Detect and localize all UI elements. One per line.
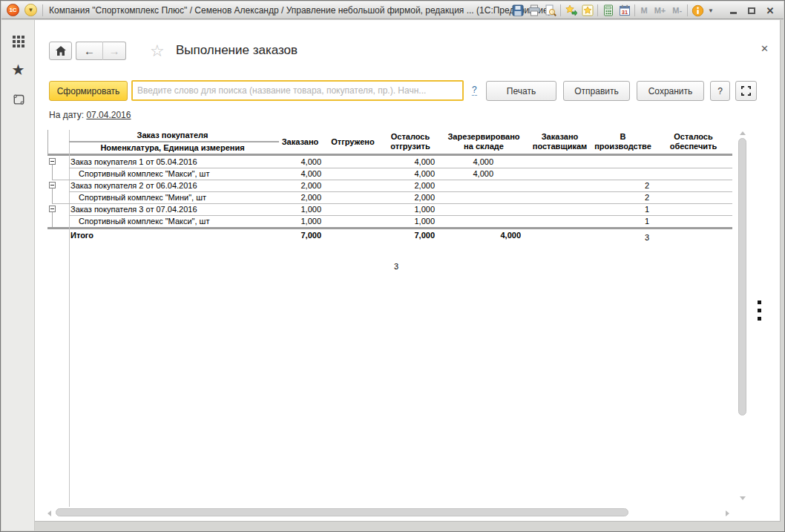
home-button[interactable] (49, 42, 72, 60)
row-value-cell (324, 203, 381, 215)
row-separator-line (69, 215, 732, 216)
scroll-left-arrow-icon[interactable] (47, 510, 51, 516)
row-value-cell (439, 203, 528, 215)
print-preview-icon[interactable] (544, 4, 556, 17)
column-header-left-to-provide: Осталось обеспечить (654, 130, 732, 154)
tree-gutter-cell (47, 168, 69, 180)
column-header-reserved: Зарезервировано на складе (439, 130, 528, 154)
maximize-button[interactable] (744, 4, 759, 17)
row-name-cell: Спортивный комплекс "Мини", шт (69, 191, 276, 203)
row-value-cell: 1 (591, 215, 654, 227)
memory-plus-button[interactable]: M+ (653, 6, 668, 15)
row-separator-line (69, 168, 732, 168)
titlebar: 1С ▼ Компания "Спорткомплекс Плюс" / Сем… (1, 1, 784, 19)
info-icon[interactable] (692, 4, 704, 17)
report-row-item[interactable]: Спортивный комплекс "Макси", шт4,0004,00… (47, 168, 732, 180)
column-header-shipped: Отгружено (324, 130, 381, 154)
column-header-in-production: В производстве (591, 130, 654, 154)
row-value-cell: 4,000 (381, 156, 439, 168)
row-value-cell: 4,000 (439, 156, 528, 168)
row-value-cell: 1,000 (276, 203, 324, 215)
minimize-button[interactable] (726, 4, 740, 17)
info-dropdown-icon[interactable]: ▼ (708, 7, 714, 14)
forward-button[interactable]: → (103, 42, 126, 60)
report-row-total[interactable]: Итого7,0007,0004,0003 (47, 229, 732, 241)
row-value-cell: 1,000 (381, 203, 439, 215)
form-panel: ← → ☆ Выполнение заказов ✕ Сформировать … (35, 20, 781, 522)
row-separator-line (52, 203, 732, 204)
favorites-icon[interactable] (581, 4, 594, 17)
sidebar: ★ (1, 20, 35, 531)
search-help-link[interactable]: ? (472, 85, 477, 96)
fullscreen-button[interactable] (735, 81, 757, 101)
row-value-cell (654, 215, 732, 227)
scroll-right-arrow-icon[interactable] (726, 510, 729, 516)
save-icon[interactable] (511, 4, 524, 17)
scroll-down-arrow-icon[interactable] (740, 496, 746, 500)
memory-minus-button[interactable]: M- (671, 6, 683, 15)
help-button[interactable]: ? (710, 81, 730, 101)
row-name-cell: Спортивный комплекс "Макси", шт (69, 215, 276, 227)
column-header-ordered-suppliers: Заказано поставщикам (528, 130, 591, 154)
report-row-group[interactable]: Заказ покупателя 3 от 07.04.20161,0001,0… (47, 203, 732, 215)
report-row-item[interactable]: Спортивный комплекс "Макси", шт1,0001,00… (47, 215, 732, 227)
row-separator-line (69, 191, 732, 192)
horizontal-scrollbar[interactable] (47, 508, 732, 518)
print-icon[interactable] (528, 4, 540, 17)
row-value-cell (654, 203, 732, 215)
report-row-group[interactable]: Заказ покупателя 2 от 06.04.20162,0002,0… (47, 180, 732, 191)
row-value-cell (654, 191, 732, 203)
tree-gutter-cell (47, 203, 69, 215)
row-value-cell (324, 168, 381, 180)
report-row-item[interactable]: Спортивный комплекс "Мини", шт2,0002,000… (47, 191, 732, 203)
scroll-up-arrow-icon[interactable] (740, 131, 746, 135)
horizontal-scrollbar-thumb[interactable] (56, 508, 628, 516)
page-title: Выполнение заказов (176, 43, 298, 58)
search-input[interactable] (131, 80, 464, 101)
row-value-cell: 2,000 (276, 191, 324, 203)
favorites-star-icon: ★ (12, 62, 25, 77)
vertical-scrollbar-thumb[interactable] (738, 138, 746, 416)
panel-splitter-handle[interactable] (758, 301, 762, 321)
row-value-cell (528, 168, 591, 180)
print-button[interactable]: Печать (486, 81, 556, 101)
row-value-cell: 2 (591, 180, 654, 191)
row-value-cell: 4,000 (439, 168, 528, 180)
favorite-toggle-star-icon[interactable]: ☆ (150, 43, 165, 59)
generate-report-button[interactable]: Сформировать (49, 81, 128, 101)
row-name-cell: Итого (69, 229, 276, 241)
calculator-icon[interactable] (602, 4, 614, 17)
tree-line (52, 188, 53, 203)
titlebar-separator (42, 4, 43, 16)
close-window-button[interactable]: ✕ (763, 4, 778, 17)
vertical-scrollbar[interactable] (738, 131, 748, 508)
row-value-cell (528, 191, 591, 203)
titlebar-separator (634, 4, 635, 16)
row-value-cell (324, 191, 381, 203)
collapse-group-button[interactable] (49, 206, 56, 212)
save-report-button[interactable]: Сохранить (637, 81, 704, 101)
date-link[interactable]: 07.04.2016 (86, 110, 131, 120)
history-scroll-icon (12, 93, 25, 106)
send-button[interactable]: Отправить (563, 81, 630, 101)
row-value-cell (528, 229, 591, 241)
collapse-group-button[interactable] (49, 158, 56, 165)
app-window: 1С ▼ Компания "Спорткомплекс Плюс" / Сем… (0, 0, 785, 532)
add-favorite-icon[interactable] (565, 4, 577, 17)
collapse-group-button[interactable] (49, 182, 56, 188)
table-left-border-line (69, 130, 70, 507)
main-menu-button[interactable]: ▼ (24, 4, 37, 16)
home-icon (56, 46, 66, 56)
sidebar-item-history[interactable] (1, 88, 35, 111)
form-close-button[interactable]: ✕ (761, 44, 769, 53)
calendar-icon[interactable]: 31 (618, 4, 631, 17)
sidebar-item-sections[interactable] (1, 30, 35, 53)
memory-recall-button[interactable]: M (639, 6, 648, 15)
row-value-cell (654, 180, 732, 191)
sidebar-item-favorites[interactable]: ★ (1, 59, 35, 81)
svg-text:31: 31 (622, 9, 628, 16)
row-value-cell (439, 180, 528, 191)
back-button[interactable]: ← (76, 42, 103, 60)
close-icon: ✕ (766, 6, 775, 16)
report-row-group[interactable]: Заказ покупателя 1 от 05.04.20164,0004,0… (47, 156, 732, 168)
